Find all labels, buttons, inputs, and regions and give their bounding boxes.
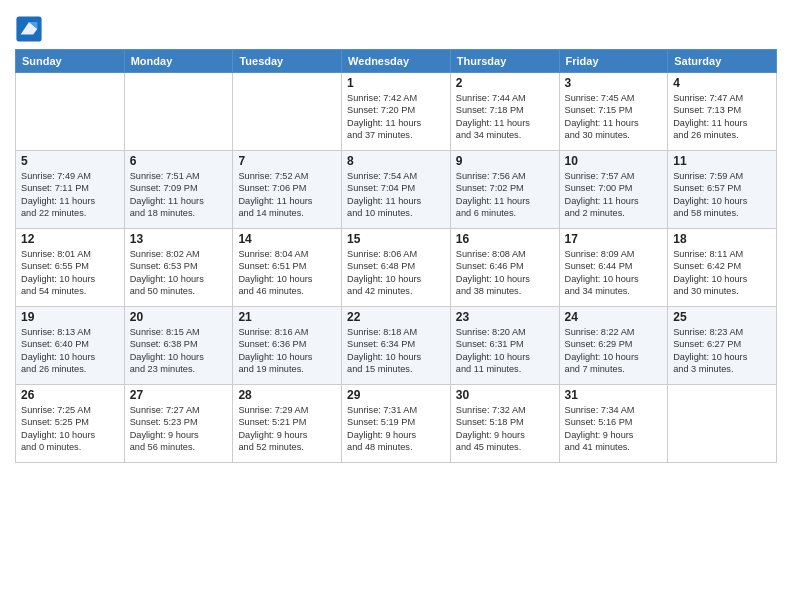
day-number: 15 — [347, 232, 445, 246]
day-number: 12 — [21, 232, 119, 246]
day-info: Sunrise: 7:54 AM Sunset: 7:04 PM Dayligh… — [347, 170, 445, 220]
week-row-5: 26Sunrise: 7:25 AM Sunset: 5:25 PM Dayli… — [16, 385, 777, 463]
week-row-2: 5Sunrise: 7:49 AM Sunset: 7:11 PM Daylig… — [16, 151, 777, 229]
calendar-cell — [233, 73, 342, 151]
calendar-cell: 10Sunrise: 7:57 AM Sunset: 7:00 PM Dayli… — [559, 151, 668, 229]
page-container: SundayMondayTuesdayWednesdayThursdayFrid… — [0, 0, 792, 468]
day-info: Sunrise: 8:01 AM Sunset: 6:55 PM Dayligh… — [21, 248, 119, 298]
day-number: 6 — [130, 154, 228, 168]
calendar-cell: 15Sunrise: 8:06 AM Sunset: 6:48 PM Dayli… — [342, 229, 451, 307]
weekday-header-wednesday: Wednesday — [342, 50, 451, 73]
calendar-cell: 17Sunrise: 8:09 AM Sunset: 6:44 PM Dayli… — [559, 229, 668, 307]
day-info: Sunrise: 8:15 AM Sunset: 6:38 PM Dayligh… — [130, 326, 228, 376]
calendar-cell — [668, 385, 777, 463]
calendar-cell: 27Sunrise: 7:27 AM Sunset: 5:23 PM Dayli… — [124, 385, 233, 463]
calendar-cell: 1Sunrise: 7:42 AM Sunset: 7:20 PM Daylig… — [342, 73, 451, 151]
calendar-cell: 13Sunrise: 8:02 AM Sunset: 6:53 PM Dayli… — [124, 229, 233, 307]
calendar-cell: 16Sunrise: 8:08 AM Sunset: 6:46 PM Dayli… — [450, 229, 559, 307]
day-number: 13 — [130, 232, 228, 246]
header — [15, 10, 777, 43]
day-info: Sunrise: 8:02 AM Sunset: 6:53 PM Dayligh… — [130, 248, 228, 298]
logo — [15, 15, 45, 43]
day-number: 21 — [238, 310, 336, 324]
day-info: Sunrise: 7:27 AM Sunset: 5:23 PM Dayligh… — [130, 404, 228, 454]
calendar-cell: 4Sunrise: 7:47 AM Sunset: 7:13 PM Daylig… — [668, 73, 777, 151]
calendar-cell — [124, 73, 233, 151]
day-info: Sunrise: 7:56 AM Sunset: 7:02 PM Dayligh… — [456, 170, 554, 220]
day-info: Sunrise: 8:23 AM Sunset: 6:27 PM Dayligh… — [673, 326, 771, 376]
calendar-cell: 7Sunrise: 7:52 AM Sunset: 7:06 PM Daylig… — [233, 151, 342, 229]
day-info: Sunrise: 7:42 AM Sunset: 7:20 PM Dayligh… — [347, 92, 445, 142]
day-number: 20 — [130, 310, 228, 324]
calendar-cell: 31Sunrise: 7:34 AM Sunset: 5:16 PM Dayli… — [559, 385, 668, 463]
calendar-body: 1Sunrise: 7:42 AM Sunset: 7:20 PM Daylig… — [16, 73, 777, 463]
week-row-3: 12Sunrise: 8:01 AM Sunset: 6:55 PM Dayli… — [16, 229, 777, 307]
calendar-cell — [16, 73, 125, 151]
day-info: Sunrise: 8:09 AM Sunset: 6:44 PM Dayligh… — [565, 248, 663, 298]
calendar-cell: 19Sunrise: 8:13 AM Sunset: 6:40 PM Dayli… — [16, 307, 125, 385]
week-row-1: 1Sunrise: 7:42 AM Sunset: 7:20 PM Daylig… — [16, 73, 777, 151]
day-info: Sunrise: 7:29 AM Sunset: 5:21 PM Dayligh… — [238, 404, 336, 454]
day-info: Sunrise: 7:25 AM Sunset: 5:25 PM Dayligh… — [21, 404, 119, 454]
day-info: Sunrise: 8:22 AM Sunset: 6:29 PM Dayligh… — [565, 326, 663, 376]
day-number: 5 — [21, 154, 119, 168]
weekday-row: SundayMondayTuesdayWednesdayThursdayFrid… — [16, 50, 777, 73]
day-number: 1 — [347, 76, 445, 90]
weekday-header-thursday: Thursday — [450, 50, 559, 73]
calendar-cell: 24Sunrise: 8:22 AM Sunset: 6:29 PM Dayli… — [559, 307, 668, 385]
calendar-cell: 20Sunrise: 8:15 AM Sunset: 6:38 PM Dayli… — [124, 307, 233, 385]
weekday-header-saturday: Saturday — [668, 50, 777, 73]
day-info: Sunrise: 7:51 AM Sunset: 7:09 PM Dayligh… — [130, 170, 228, 220]
day-number: 11 — [673, 154, 771, 168]
day-number: 19 — [21, 310, 119, 324]
day-number: 26 — [21, 388, 119, 402]
day-info: Sunrise: 8:20 AM Sunset: 6:31 PM Dayligh… — [456, 326, 554, 376]
calendar-cell: 30Sunrise: 7:32 AM Sunset: 5:18 PM Dayli… — [450, 385, 559, 463]
calendar-cell: 18Sunrise: 8:11 AM Sunset: 6:42 PM Dayli… — [668, 229, 777, 307]
calendar-cell: 9Sunrise: 7:56 AM Sunset: 7:02 PM Daylig… — [450, 151, 559, 229]
day-info: Sunrise: 7:49 AM Sunset: 7:11 PM Dayligh… — [21, 170, 119, 220]
logo-icon — [15, 15, 43, 43]
calendar-cell: 5Sunrise: 7:49 AM Sunset: 7:11 PM Daylig… — [16, 151, 125, 229]
day-number: 17 — [565, 232, 663, 246]
day-info: Sunrise: 7:34 AM Sunset: 5:16 PM Dayligh… — [565, 404, 663, 454]
week-row-4: 19Sunrise: 8:13 AM Sunset: 6:40 PM Dayli… — [16, 307, 777, 385]
day-info: Sunrise: 8:04 AM Sunset: 6:51 PM Dayligh… — [238, 248, 336, 298]
day-info: Sunrise: 8:06 AM Sunset: 6:48 PM Dayligh… — [347, 248, 445, 298]
day-info: Sunrise: 8:11 AM Sunset: 6:42 PM Dayligh… — [673, 248, 771, 298]
calendar-cell: 29Sunrise: 7:31 AM Sunset: 5:19 PM Dayli… — [342, 385, 451, 463]
day-info: Sunrise: 8:08 AM Sunset: 6:46 PM Dayligh… — [456, 248, 554, 298]
day-info: Sunrise: 8:13 AM Sunset: 6:40 PM Dayligh… — [21, 326, 119, 376]
calendar-table: SundayMondayTuesdayWednesdayThursdayFrid… — [15, 49, 777, 463]
calendar-cell: 26Sunrise: 7:25 AM Sunset: 5:25 PM Dayli… — [16, 385, 125, 463]
day-number: 8 — [347, 154, 445, 168]
calendar-cell: 11Sunrise: 7:59 AM Sunset: 6:57 PM Dayli… — [668, 151, 777, 229]
day-number: 14 — [238, 232, 336, 246]
day-number: 24 — [565, 310, 663, 324]
day-info: Sunrise: 7:44 AM Sunset: 7:18 PM Dayligh… — [456, 92, 554, 142]
day-number: 7 — [238, 154, 336, 168]
day-number: 4 — [673, 76, 771, 90]
day-number: 27 — [130, 388, 228, 402]
day-info: Sunrise: 7:47 AM Sunset: 7:13 PM Dayligh… — [673, 92, 771, 142]
weekday-header-sunday: Sunday — [16, 50, 125, 73]
day-number: 2 — [456, 76, 554, 90]
calendar-cell: 12Sunrise: 8:01 AM Sunset: 6:55 PM Dayli… — [16, 229, 125, 307]
calendar-cell: 6Sunrise: 7:51 AM Sunset: 7:09 PM Daylig… — [124, 151, 233, 229]
day-number: 18 — [673, 232, 771, 246]
day-info: Sunrise: 8:16 AM Sunset: 6:36 PM Dayligh… — [238, 326, 336, 376]
calendar-cell: 14Sunrise: 8:04 AM Sunset: 6:51 PM Dayli… — [233, 229, 342, 307]
day-info: Sunrise: 7:57 AM Sunset: 7:00 PM Dayligh… — [565, 170, 663, 220]
day-number: 16 — [456, 232, 554, 246]
day-number: 31 — [565, 388, 663, 402]
day-number: 3 — [565, 76, 663, 90]
day-info: Sunrise: 7:32 AM Sunset: 5:18 PM Dayligh… — [456, 404, 554, 454]
calendar-cell: 22Sunrise: 8:18 AM Sunset: 6:34 PM Dayli… — [342, 307, 451, 385]
calendar-cell: 21Sunrise: 8:16 AM Sunset: 6:36 PM Dayli… — [233, 307, 342, 385]
calendar-cell: 2Sunrise: 7:44 AM Sunset: 7:18 PM Daylig… — [450, 73, 559, 151]
day-number: 10 — [565, 154, 663, 168]
day-info: Sunrise: 7:31 AM Sunset: 5:19 PM Dayligh… — [347, 404, 445, 454]
calendar-header: SundayMondayTuesdayWednesdayThursdayFrid… — [16, 50, 777, 73]
day-number: 29 — [347, 388, 445, 402]
day-number: 9 — [456, 154, 554, 168]
